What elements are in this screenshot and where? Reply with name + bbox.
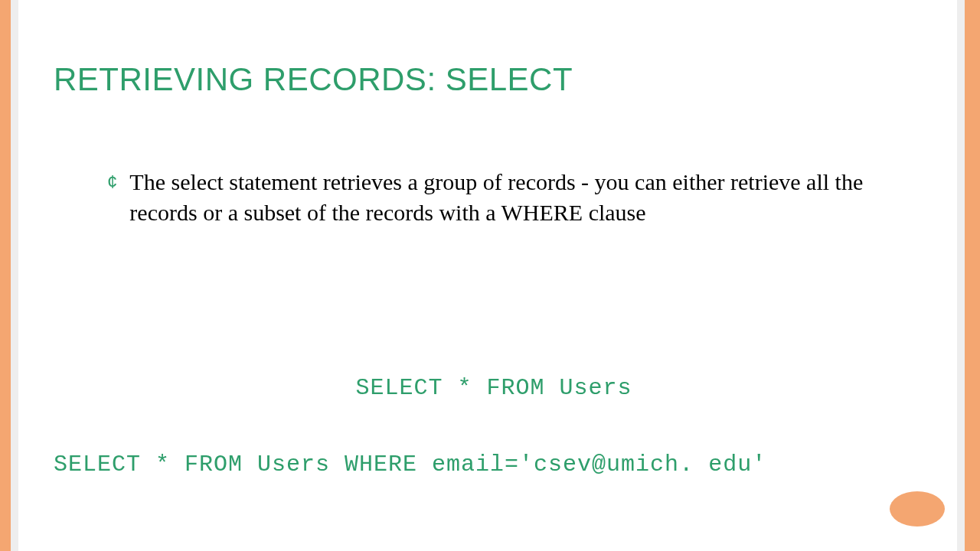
bullet-item: ¢ The select statement retrieves a group… xyxy=(107,167,903,228)
left-band-inner xyxy=(11,0,18,551)
right-band-inner xyxy=(957,0,965,551)
slide: RETRIEVING RECORDS: SELECT ¢ The select … xyxy=(0,0,980,551)
slide-title: RETRIEVING RECORDS: SELECT xyxy=(54,61,934,98)
bullet-marker: ¢ xyxy=(107,167,117,197)
right-band-outer xyxy=(965,0,980,551)
decorative-oval xyxy=(890,491,945,527)
left-band-outer xyxy=(0,0,11,551)
code-example-2: SELECT * FROM Users WHERE email='csev@um… xyxy=(54,452,766,478)
content-area: RETRIEVING RECORDS: SELECT ¢ The select … xyxy=(54,61,934,520)
code-example-1: SELECT * FROM Users xyxy=(54,375,934,401)
bullet-text: The select statement retrieves a group o… xyxy=(129,167,903,228)
